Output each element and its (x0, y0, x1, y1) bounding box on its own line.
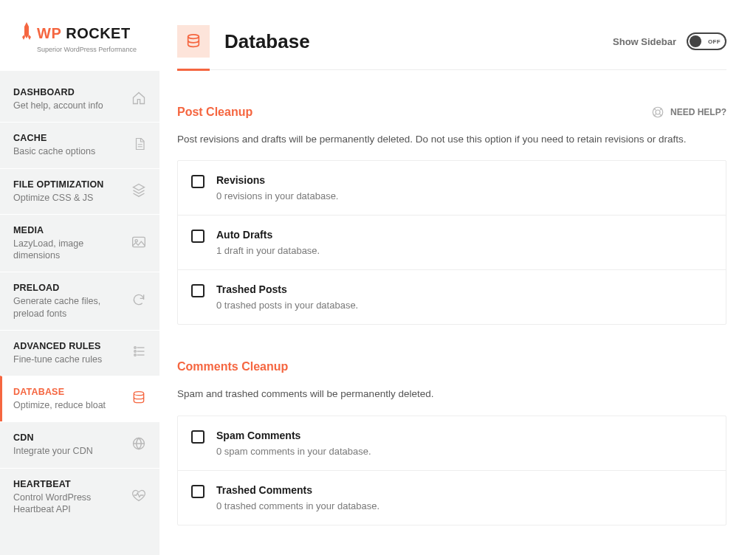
post-cleanup-options: Revisions 0 revisions in your database. … (177, 160, 726, 325)
sidebar-nav: DASHBOARD Get help, account info CACHE B… (0, 77, 159, 525)
option-trashed-comments: Trashed Comments 0 trashed comments in y… (178, 471, 726, 525)
checkbox-trashed-comments[interactable] (191, 485, 205, 498)
nav-sub: Generate cache files, preload fonts (13, 295, 126, 320)
page-title: Database (224, 30, 310, 53)
svg-point-2 (134, 347, 137, 349)
svg-point-1 (135, 239, 137, 241)
nav-item-dashboard[interactable]: DASHBOARD Get help, account info (0, 77, 159, 122)
page-header: Database Show Sidebar OFF (177, 25, 726, 58)
nav-sub: Basic cache options (13, 145, 127, 157)
svg-point-3 (134, 351, 137, 353)
nav-title: PRELOAD (13, 283, 126, 293)
svg-point-5 (134, 391, 143, 395)
section-title: Post Cleanup (177, 106, 252, 119)
nav-sub: Fine-tune cache rules (13, 354, 126, 365)
comments-cleanup-options: Spam Comments 0 spam comments in your da… (177, 416, 726, 525)
help-icon (651, 106, 664, 119)
option-title: Revisions (216, 174, 711, 186)
sidebar: WP ROCKET Superior WordPress Performance… (0, 0, 159, 555)
option-revisions: Revisions 0 revisions in your database. (178, 161, 726, 216)
option-sub: 1 draft in your database. (216, 245, 711, 256)
nav-title: CACHE (13, 133, 127, 143)
nav-title: HEARTBEAT (13, 479, 126, 489)
brand-logo: WP ROCKET Superior WordPress Performance (0, 0, 159, 71)
svg-rect-0 (133, 237, 145, 247)
heartbeat-icon (131, 489, 146, 505)
nav-title: MEDIA (13, 225, 126, 235)
nav-item-cache[interactable]: CACHE Basic cache options (0, 122, 159, 168)
svg-point-7 (188, 35, 199, 39)
nav-title: DATABASE (13, 387, 126, 397)
brand-name-wp: WP (37, 25, 61, 42)
section-description: Post revisions and drafts will be perman… (177, 132, 726, 147)
nav-item-heartbeat[interactable]: HEARTBEAT Control WordPress Heartbeat AP… (0, 468, 159, 526)
checkbox-auto-drafts[interactable] (191, 230, 205, 243)
nav-item-database[interactable]: DATABASE Optimize, reduce bloat (0, 376, 159, 421)
header-underline (177, 69, 726, 70)
option-auto-drafts: Auto Drafts 1 draft in your database. (178, 216, 726, 270)
option-trashed-posts: Trashed Posts 0 trashed posts in your da… (178, 270, 726, 324)
database-page-icon (177, 25, 210, 58)
nav-item-file-optimization[interactable]: FILE OPTIMIZATION Optimize CSS & JS (0, 168, 159, 214)
section-post-cleanup: Post Cleanup NEED HELP? Post revisions a… (177, 106, 726, 325)
nav-sub: Control WordPress Heartbeat API (13, 492, 126, 516)
section-title: Comments Cleanup (177, 360, 288, 373)
nav-sub: LazyLoad, image dimensions (13, 238, 126, 262)
option-title: Trashed Comments (216, 484, 711, 496)
toggle-state-label: OFF (708, 38, 721, 45)
checkbox-trashed-posts[interactable] (191, 284, 205, 297)
nav-sub: Get help, account info (13, 100, 126, 111)
layers-icon (131, 182, 146, 200)
show-sidebar-label: Show Sidebar (613, 36, 676, 47)
checkbox-revisions[interactable] (191, 175, 205, 188)
option-sub: 0 spam comments in your database. (216, 446, 711, 457)
section-description: Spam and trashed comments will be perman… (177, 387, 726, 401)
file-icon (133, 137, 146, 154)
checkbox-spam-comments[interactable] (191, 430, 205, 444)
main-content: Database Show Sidebar OFF Post Cleanup N… (159, 0, 756, 555)
database-icon (131, 390, 146, 408)
nav-title: DASHBOARD (13, 87, 126, 97)
nav-sub: Optimize, reduce bloat (13, 399, 126, 411)
nav-item-advanced-rules[interactable]: ADVANCED RULES Fine-tune cache rules (0, 330, 159, 376)
option-sub: 0 trashed posts in your database. (216, 300, 711, 311)
option-sub: 0 revisions in your database. (216, 190, 711, 201)
nav-title: ADVANCED RULES (13, 341, 126, 351)
brand-tagline: Superior WordPress Performance (37, 46, 145, 53)
nav-sub: Integrate your CDN (13, 445, 126, 457)
show-sidebar-toggle[interactable]: OFF (687, 32, 726, 50)
svg-point-9 (656, 110, 660, 114)
need-help-label: NEED HELP? (670, 107, 726, 117)
need-help-button[interactable]: NEED HELP? (651, 106, 726, 119)
nav-item-preload[interactable]: PRELOAD Generate cache files, preload fo… (0, 272, 159, 330)
nav-title: CDN (13, 432, 126, 443)
nav-item-media[interactable]: MEDIA LazyLoad, image dimensions (0, 214, 159, 272)
svg-point-4 (134, 354, 137, 356)
section-comments-cleanup: Comments Cleanup Spam and trashed commen… (177, 360, 726, 525)
nav-item-cdn[interactable]: CDN Integrate your CDN (0, 421, 159, 467)
nav-title: FILE OPTIMIZATION (13, 179, 126, 190)
rocket-icon (21, 22, 32, 44)
home-icon (131, 91, 146, 108)
option-title: Spam Comments (216, 430, 711, 441)
sliders-icon (131, 344, 146, 362)
nav-sub: Optimize CSS & JS (13, 192, 126, 204)
option-spam-comments: Spam Comments 0 spam comments in your da… (178, 416, 726, 471)
refresh-icon (131, 292, 146, 310)
option-title: Auto Drafts (216, 229, 711, 241)
image-icon (131, 235, 146, 252)
option-sub: 0 trashed comments in your database. (216, 500, 711, 511)
option-title: Trashed Posts (216, 283, 711, 295)
brand-name-rocket: ROCKET (66, 25, 130, 42)
globe-icon (131, 436, 146, 454)
